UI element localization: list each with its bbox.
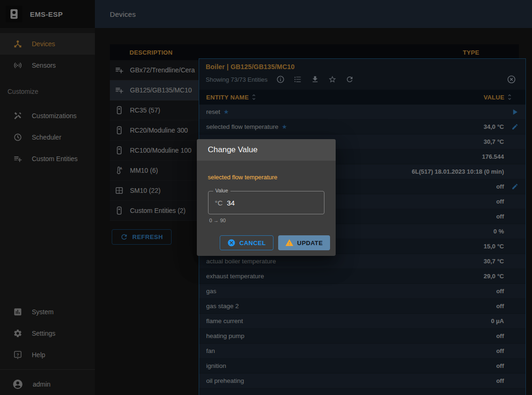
change-value-dialog: Change Value selected flow temperature V…: [197, 139, 336, 256]
dialog-container: Change Value selected flow temperature V…: [0, 0, 532, 395]
update-button[interactable]: UPDATE: [278, 235, 330, 250]
update-button-label: UPDATE: [297, 240, 323, 247]
dialog-actions: CANCEL UPDATE: [197, 223, 336, 256]
dialog-entity-label: selected flow temperature: [208, 174, 324, 181]
cancel-button[interactable]: CANCEL: [220, 235, 273, 250]
cancel-button-label: CANCEL: [239, 240, 266, 247]
unit-adornment: °C: [215, 199, 223, 207]
value-input[interactable]: [227, 199, 317, 207]
warning-icon: [285, 239, 294, 247]
app-root: EMS-ESP Devices Sensors Customize Custom…: [0, 0, 532, 395]
value-field[interactable]: Value °C: [208, 191, 324, 214]
value-range-helper: 0 → 90: [209, 218, 324, 223]
value-field-label: Value: [213, 188, 230, 193]
cancel-circle-icon: [227, 239, 236, 247]
dialog-title: Change Value: [197, 139, 336, 161]
dialog-body: selected flow temperature Value °C 0 → 9…: [197, 161, 336, 223]
